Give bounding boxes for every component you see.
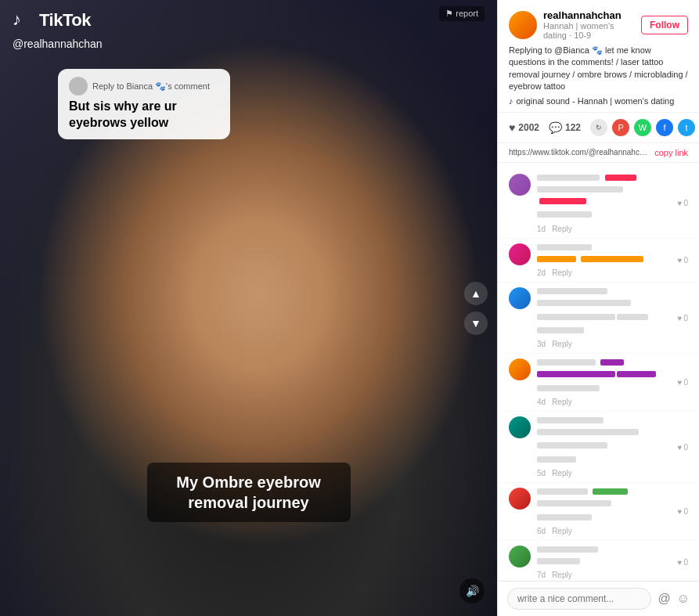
tiktok-header: TikTok bbox=[0, 0, 497, 41]
commenter-avatar bbox=[509, 174, 531, 196]
commenter-avatar bbox=[509, 416, 531, 438]
commenter-name bbox=[537, 358, 672, 368]
comment-time: 2d bbox=[537, 268, 546, 277]
comment-meta: 6d Reply bbox=[537, 527, 672, 535]
comment-meta: 3d Reply bbox=[537, 340, 672, 348]
comment-item: 4d Reply ♥0 bbox=[498, 354, 699, 412]
comment-meta: 1d Reply bbox=[537, 225, 672, 233]
comments-list: 1d Reply ♥0 bbox=[498, 163, 699, 581]
comment-content: 5d Reply bbox=[537, 416, 672, 477]
app-title: TikTok bbox=[39, 10, 91, 31]
share-facebook-icon[interactable]: f bbox=[656, 119, 673, 136]
comment-like[interactable]: ♥0 bbox=[678, 416, 689, 477]
comment-like[interactable]: ♥0 bbox=[678, 174, 689, 233]
likes-count: 2002 bbox=[518, 122, 539, 133]
comments-count: 122 bbox=[565, 122, 581, 133]
sidebar: realhannahchan Hannah | women's dating ·… bbox=[497, 0, 699, 616]
comment-item: 5d Reply ♥0 bbox=[498, 412, 699, 483]
comment-body-text bbox=[537, 557, 672, 568]
commenter-name bbox=[537, 546, 672, 555]
comment-body-text bbox=[537, 427, 672, 467]
nav-arrows: ▲ ▼ bbox=[464, 282, 488, 335]
video-caption: My Ombre eyebrow removal journey bbox=[147, 463, 351, 522]
sidebar-header: realhannahchan Hannah | women's dating ·… bbox=[498, 0, 699, 113]
tiktok-logo: TikTok bbox=[13, 9, 91, 31]
emoji-icon[interactable]: ☺ bbox=[677, 592, 690, 606]
comment-like[interactable]: ♥0 bbox=[678, 287, 689, 348]
comment-time: 1d bbox=[537, 225, 546, 233]
comment-time: 5d bbox=[537, 469, 546, 477]
comment-reply[interactable]: Reply bbox=[552, 268, 572, 277]
commenter-name bbox=[537, 243, 672, 253]
profile-name[interactable]: realhannahchan bbox=[543, 9, 635, 21]
comment-icon: 💬 bbox=[549, 121, 562, 134]
comment-body-text bbox=[537, 499, 672, 524]
comment-header: Reply to Bianca 🐾's comment bbox=[69, 77, 219, 95]
likes-stat: ♥ 2002 bbox=[509, 121, 539, 134]
comment-input[interactable] bbox=[507, 588, 651, 610]
comment-like[interactable]: ♥0 bbox=[678, 546, 689, 579]
commenter-avatar bbox=[69, 77, 88, 95]
comment-meta: 7d Reply bbox=[537, 571, 672, 579]
comment-item: 6d Reply ♥0 bbox=[498, 483, 699, 541]
share-whatsapp-icon[interactable]: W bbox=[634, 119, 651, 136]
comment-body-text bbox=[537, 254, 672, 266]
commenter-avatar bbox=[509, 488, 531, 510]
music-note-icon: ♪ bbox=[509, 96, 513, 106]
comment-reply[interactable]: Reply bbox=[552, 469, 572, 477]
copy-link-button[interactable]: copy link bbox=[654, 148, 688, 157]
comment-like[interactable]: ♥0 bbox=[678, 488, 689, 535]
share-twitter-icon[interactable]: t bbox=[678, 119, 695, 136]
video-link: https://www.tiktok.com/@realhannahchan/v… bbox=[509, 148, 650, 157]
follow-button[interactable]: Follow bbox=[641, 16, 688, 34]
sound-name: original sound - Hannah | women's dating bbox=[517, 96, 675, 106]
mention-icon[interactable]: @ bbox=[658, 592, 670, 606]
comment-like[interactable]: ♥0 bbox=[678, 243, 689, 277]
commenter-name bbox=[537, 488, 672, 497]
comment-content: 3d Reply bbox=[537, 287, 672, 348]
comment-like[interactable]: ♥0 bbox=[678, 358, 689, 406]
comment-item: 3d Reply ♥0 bbox=[498, 283, 699, 354]
comment-time: 7d bbox=[537, 571, 546, 579]
report-button[interactable]: ⚑ report bbox=[439, 6, 485, 21]
share-pinterest-icon[interactable]: P bbox=[612, 119, 629, 136]
profile-subtitle: Hannah | women's dating · 10-9 bbox=[543, 21, 635, 40]
heart-icon: ♥ bbox=[509, 121, 515, 134]
commenter-avatar bbox=[509, 546, 531, 567]
comment-reply[interactable]: Reply bbox=[552, 398, 572, 406]
comment-reply[interactable]: Reply bbox=[552, 571, 572, 579]
commenter-name bbox=[537, 287, 672, 297]
profile-info: realhannahchan Hannah | women's dating ·… bbox=[543, 9, 635, 40]
comment-item: 7d Reply ♥0 bbox=[498, 541, 699, 581]
commenter-avatar bbox=[509, 287, 531, 309]
sound-row: ♪ original sound - Hannah | women's dati… bbox=[509, 96, 688, 106]
comment-body-text bbox=[537, 185, 672, 222]
comment-body-text bbox=[537, 369, 672, 395]
video-description: Replying to @Bianca 🐾 let me know questi… bbox=[509, 45, 688, 93]
profile-row: realhannahchan Hannah | women's dating ·… bbox=[509, 9, 688, 40]
comment-time: 4d bbox=[537, 398, 546, 406]
volume-button[interactable]: 🔊 bbox=[459, 578, 485, 603]
commenter-avatar bbox=[509, 243, 531, 265]
comment-content: 1d Reply bbox=[537, 174, 672, 233]
comment-item: 1d Reply ♥0 bbox=[498, 169, 699, 239]
prev-video-button[interactable]: ▲ bbox=[464, 282, 488, 305]
comment-reply[interactable]: Reply bbox=[552, 527, 572, 535]
comment-content: 4d Reply bbox=[537, 358, 672, 406]
comment-item: 2d Reply ♥0 bbox=[498, 239, 699, 283]
profile-avatar bbox=[509, 11, 537, 39]
share-icons: ↻ P W f t › bbox=[590, 119, 699, 136]
video-panel: TikTok ⚑ report @realhannahchan Reply to… bbox=[0, 0, 497, 616]
comment-reply[interactable]: Reply bbox=[552, 225, 572, 233]
link-row: https://www.tiktok.com/@realhannahchan/v… bbox=[498, 143, 699, 163]
comment-reply[interactable]: Reply bbox=[552, 340, 572, 348]
comment-body-text bbox=[537, 298, 672, 337]
share-repost-icon[interactable]: ↻ bbox=[590, 119, 607, 136]
commenter-name bbox=[537, 174, 672, 183]
comment-content: 2d Reply bbox=[537, 243, 672, 277]
comment-time: 6d bbox=[537, 527, 546, 535]
stats-row: ♥ 2002 💬 122 ↻ P W f t › bbox=[498, 113, 699, 143]
commenter-name bbox=[537, 416, 672, 426]
next-video-button[interactable]: ▼ bbox=[464, 312, 488, 335]
comment-meta: 5d Reply bbox=[537, 469, 672, 477]
